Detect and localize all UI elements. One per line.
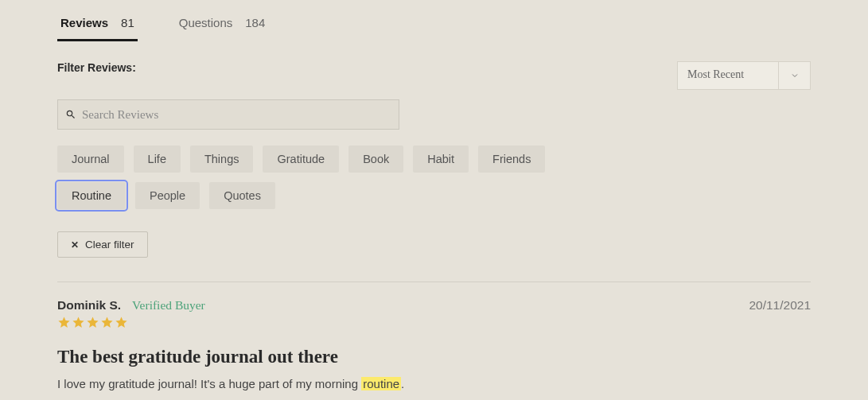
filter-chip-journal[interactable]: Journal — [57, 146, 124, 173]
star-icon — [100, 316, 114, 332]
chevron-down-icon — [778, 62, 810, 89]
close-icon: ✕ — [71, 239, 79, 250]
filter-chip-book[interactable]: Book — [348, 146, 403, 173]
clear-filter-button[interactable]: ✕ Clear filter — [57, 231, 148, 258]
tab-label: Questions — [179, 16, 233, 32]
star-icon — [115, 316, 128, 332]
search-icon — [65, 109, 76, 120]
review-date: 20/11/2021 — [749, 298, 811, 313]
verified-badge: Verified Buyer — [132, 298, 205, 313]
tab-count: 184 — [245, 16, 265, 32]
filter-chip-friends[interactable]: Friends — [478, 146, 545, 173]
tab-reviews[interactable]: Reviews81 — [57, 10, 138, 41]
tab-questions[interactable]: Questions184 — [176, 10, 269, 41]
divider — [57, 282, 811, 282]
star-icon — [57, 316, 71, 332]
filter-chips: JournalLifeThingsGratitudeBookHabitFrien… — [57, 146, 551, 209]
review-title: The best gratitude journal out there — [57, 347, 811, 367]
star-rating — [57, 316, 811, 332]
filter-chip-gratitude[interactable]: Gratitude — [263, 146, 339, 173]
search-input[interactable] — [57, 99, 399, 130]
reviewer-name: Dominik S. — [57, 298, 121, 313]
filter-chip-habit[interactable]: Habit — [413, 146, 469, 173]
sort-selected: Most Recent — [678, 62, 778, 89]
clear-filter-label: Clear filter — [85, 239, 134, 250]
filter-chip-quotes[interactable]: Quotes — [209, 182, 275, 209]
filter-chip-things[interactable]: Things — [190, 146, 254, 173]
review-body: I love my gratitude journal! It's a huge… — [57, 375, 811, 394]
filter-chip-people[interactable]: People — [135, 182, 200, 209]
sort-dropdown[interactable]: Most Recent — [677, 61, 811, 90]
tab-bar: Reviews81Questions184 — [57, 10, 811, 42]
star-icon — [72, 316, 85, 332]
filter-chip-routine[interactable]: Routine — [57, 182, 126, 209]
highlight-term: routine — [361, 377, 401, 390]
filter-chip-life[interactable]: Life — [134, 146, 181, 173]
tab-label: Reviews — [60, 16, 108, 29]
tab-count: 81 — [121, 16, 134, 29]
star-icon — [86, 316, 99, 332]
filter-label: Filter Reviews: — [57, 61, 136, 74]
review-item: Dominik S. Verified Buyer 20/11/2021 The… — [57, 298, 811, 394]
